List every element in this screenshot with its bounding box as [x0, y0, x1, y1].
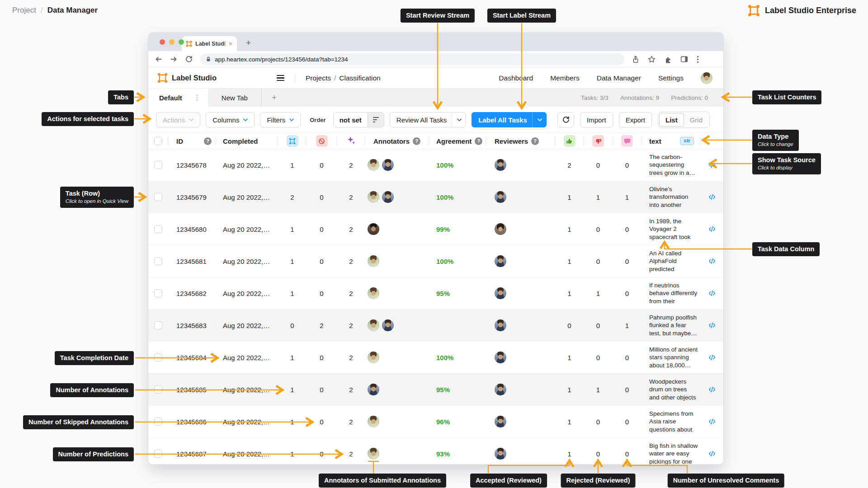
browser-menu-kebab-icon[interactable] [697, 56, 699, 63]
reviewer-avatar[interactable] [495, 384, 506, 395]
annotator-avatar[interactable] [382, 319, 394, 331]
add-tab-button[interactable]: + [262, 89, 287, 107]
select-all-checkbox[interactable] [154, 137, 162, 145]
row-checkbox[interactable] [154, 161, 162, 169]
annotator-avatar[interactable] [368, 352, 379, 363]
reviewer-avatar[interactable] [495, 191, 506, 203]
zoom-window-button[interactable] [179, 39, 184, 45]
col-id-label[interactable]: ID [176, 137, 183, 145]
nav-dashboard[interactable]: Dashboard [499, 74, 533, 82]
row-checkbox[interactable] [154, 385, 162, 394]
reviewer-avatar[interactable] [495, 159, 506, 171]
table-row[interactable]: 12345678 Aug 20 2022,… 1 0 2 100% 2 0 0 … [148, 149, 723, 181]
minimize-window-button[interactable] [169, 39, 175, 45]
side-panel-icon[interactable] [680, 56, 688, 63]
columns-button[interactable]: Columns [206, 112, 255, 127]
row-checkbox[interactable] [154, 225, 162, 233]
extensions-puzzle-icon[interactable] [664, 56, 672, 63]
annotator-avatar[interactable] [368, 416, 379, 427]
bookmark-star-icon[interactable] [648, 56, 656, 63]
row-checkbox[interactable] [154, 418, 162, 426]
chevron-down-icon[interactable] [538, 118, 542, 122]
annotator-avatar[interactable] [382, 159, 394, 171]
order-value[interactable]: not set [334, 113, 368, 127]
col-text-label[interactable]: text [649, 137, 661, 145]
export-button[interactable]: Export [619, 112, 652, 127]
annotator-avatar[interactable] [368, 384, 379, 395]
chevron-down-icon[interactable] [457, 118, 462, 122]
forward-icon[interactable] [170, 56, 178, 63]
data-type-badge[interactable]: str [680, 137, 694, 145]
col-reviewers-label[interactable]: Reviewers [495, 137, 528, 145]
window-controls[interactable] [160, 39, 184, 45]
back-icon[interactable] [155, 56, 162, 63]
table-row[interactable]: 12345686 Aug 20 2022,… 1 0 2 96% 1 0 0 S… [148, 406, 723, 438]
new-tab-button[interactable]: + [246, 36, 251, 51]
id-help-icon[interactable]: ? [204, 137, 212, 145]
col-predictions-icon[interactable] [346, 136, 356, 146]
annotator-avatar[interactable] [368, 223, 379, 235]
show-source-button[interactable] [701, 310, 723, 341]
grid-view-button[interactable]: Grid [684, 116, 708, 124]
table-row[interactable]: 12345684 Aug 20 2022,… 1 0 2 100% 1 0 0 … [148, 342, 723, 374]
table-row[interactable]: 12345682 Aug 20 2022,… 1 0 2 95% 1 1 0 I… [148, 277, 723, 310]
annotator-avatar[interactable] [382, 191, 394, 203]
annotators-help-icon[interactable]: ? [413, 137, 420, 145]
table-row[interactable]: 12345683 Aug 20 2022,… 0 2 2 0 0 1 Pahru… [148, 310, 723, 342]
refresh-button[interactable] [557, 112, 574, 127]
row-checkbox[interactable] [154, 321, 162, 329]
tab-options-kebab-icon[interactable]: ⋮ [194, 94, 201, 102]
show-source-button[interactable] [701, 406, 723, 437]
reviewer-avatar[interactable] [495, 287, 506, 299]
close-window-button[interactable] [160, 39, 165, 45]
col-comments-icon[interactable] [621, 135, 633, 147]
dm-tab-default[interactable]: Default ⋮ [148, 89, 208, 107]
row-checkbox[interactable] [154, 257, 162, 265]
show-source-button[interactable] [701, 245, 723, 277]
reviewer-avatar[interactable] [495, 319, 506, 331]
col-agreement-label[interactable]: Agreement [436, 137, 472, 145]
show-source-button[interactable] [701, 213, 723, 245]
col-accepted-icon[interactable] [564, 135, 576, 147]
label-all-tasks-button[interactable]: Label All Tasks [472, 112, 547, 127]
annotator-avatar[interactable] [368, 159, 379, 171]
list-view-button[interactable]: List [659, 113, 684, 127]
table-row[interactable]: 12345685 Aug 20 2022,… 1 0 2 95% 1 1 0 W… [148, 374, 723, 406]
dm-tab-new[interactable]: New Tab [208, 89, 262, 107]
table-row[interactable]: 12345681 Aug 20 2022,… 1 0 2 100% 1 0 0 … [148, 245, 723, 277]
row-checkbox[interactable] [154, 289, 162, 297]
annotator-avatar[interactable] [368, 287, 379, 299]
address-bar[interactable]: app.heartex.com/projects/123456/data?tab… [200, 53, 625, 65]
app-logo[interactable]: Label Studio [157, 73, 217, 83]
col-skipped-icon[interactable] [316, 135, 328, 147]
col-annotators-label[interactable]: Annotators [373, 137, 410, 145]
show-source-button[interactable] [701, 181, 723, 213]
table-row[interactable]: 12345687 Aug 20 2022,… 1 0 2 93% 1 0 0 B… [148, 438, 723, 465]
reload-icon[interactable] [185, 56, 193, 63]
annotator-avatar[interactable] [368, 191, 379, 203]
reviewer-avatar[interactable] [495, 448, 506, 460]
row-checkbox[interactable] [154, 450, 162, 458]
row-checkbox[interactable] [154, 193, 162, 201]
reviewer-avatar[interactable] [495, 416, 506, 427]
review-all-tasks-button[interactable]: Review All Tasks [390, 112, 466, 127]
reviewer-avatar[interactable] [495, 255, 506, 267]
agreement-help-icon[interactable]: ? [475, 137, 482, 145]
order-control[interactable]: not set [333, 112, 384, 127]
hamburger-menu-icon[interactable] [277, 75, 284, 81]
show-source-button[interactable] [701, 374, 723, 405]
nav-data-manager[interactable]: Data Manager [597, 74, 641, 82]
reviewers-help-icon[interactable]: ? [531, 137, 539, 145]
filters-button[interactable]: Filters [260, 112, 301, 127]
table-row[interactable]: 12345680 Aug 20 2022,… 1 0 2 99% 1 0 0 I… [148, 213, 723, 245]
nav-members[interactable]: Members [550, 74, 580, 82]
project-breadcrumb-root[interactable]: Projects [306, 74, 331, 82]
table-row[interactable]: 12345679 Aug 20 2022,… 2 0 2 100% 1 1 1 … [148, 181, 723, 213]
show-source-button[interactable] [701, 342, 723, 373]
import-button[interactable]: Import [580, 112, 613, 127]
sort-direction-button[interactable] [368, 113, 384, 127]
user-avatar[interactable] [701, 72, 712, 84]
share-icon[interactable] [632, 56, 639, 63]
actions-button[interactable]: Actions [156, 112, 200, 127]
breadcrumb-project[interactable]: Project [12, 6, 36, 15]
